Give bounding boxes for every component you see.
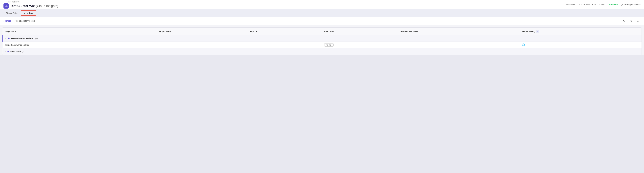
svg-rect-9 (537, 32, 538, 32)
inventory-table: Image Name Project Name Repo URL Risk Le… (2, 28, 642, 55)
status-value: Connected (608, 4, 618, 6)
manage-accounts-button[interactable]: Manage Accounts (621, 4, 640, 6)
filters-toggle-button[interactable]: › Filters (4, 20, 11, 22)
group-count: (1) (35, 37, 38, 40)
app-logo: wiz (4, 3, 9, 8)
nav-tabs-bar: Attack Paths Inventory (0, 9, 644, 17)
filter-bar: › Filters Filters: 1 Filter Applied (0, 17, 644, 25)
table-row: spring-framework-petclinic - - No Risk -… (3, 42, 642, 48)
group-icon: ⊛ (7, 50, 9, 53)
col-risk-level: Risk Level (322, 28, 398, 35)
breadcrumb-current: Test Cluster Wiz (8, 1, 20, 3)
svg-rect-7 (537, 30, 538, 31)
main-content: › Filters Filters: 1 Filter Applied (0, 17, 644, 55)
breadcrumb-area: › Test Cluster Wiz wiz Test Cluster Wiz … (4, 0, 58, 8)
scan-date-label: Scan Date: (566, 4, 576, 6)
globe-icon: 🌐 (522, 44, 525, 46)
cell-repo-url: - (247, 42, 322, 48)
table-row[interactable]: ∨ ⊛ eks-load-balancer-demo (1) (3, 35, 642, 42)
breadcrumb-separator: › (6, 1, 7, 3)
col-repo-url: Repo URL (247, 28, 322, 35)
cell-image-name: spring-framework-petclinic (3, 42, 157, 48)
group-name: demo-store (10, 50, 21, 53)
scan-date-value: Jun 13 2024 18:28 (579, 4, 596, 6)
group-count: (1) (22, 50, 24, 53)
table-container: Image Name Project Name Repo URL Risk Le… (2, 28, 642, 55)
svg-point-0 (622, 4, 623, 5)
top-bar-right: Scan Date: Jun 13 2024 18:28 Status: Con… (566, 4, 641, 6)
no-risk-badge: No Risk (324, 43, 334, 46)
chevron-down-icon: ∨ (5, 38, 6, 40)
table-row[interactable]: › ⊛ demo-store (1) (3, 48, 642, 55)
search-button[interactable] (622, 18, 626, 23)
tab-inventory[interactable]: Inventory (21, 10, 36, 16)
cell-project-name: - (157, 42, 247, 48)
filter-status: Filters: 1 Filter Applied (15, 20, 35, 22)
filter-bar-right (622, 18, 640, 23)
filter-options-button[interactable] (629, 18, 634, 23)
chevron-right-icon: › (4, 20, 4, 22)
group-name: eks-load-balancer-demo (11, 37, 34, 40)
col-project-name: Project Name (157, 28, 247, 35)
app-title: Test Cluster Wiz (Cloud Insights) (10, 4, 58, 8)
tab-attack-paths[interactable]: Attack Paths (4, 10, 20, 15)
export-button[interactable] (636, 18, 640, 23)
svg-line-2 (625, 21, 625, 22)
chevron-right-icon: › (5, 50, 6, 53)
filter-bar-left: › Filters Filters: 1 Filter Applied (4, 20, 35, 22)
col-image-name: Image Name (3, 28, 157, 35)
svg-rect-8 (537, 31, 538, 32)
home-icon (4, 0, 6, 3)
table-header-row: Image Name Project Name Repo URL Risk Le… (3, 28, 642, 35)
internet-facing-filter-button[interactable] (536, 30, 539, 33)
svg-point-1 (624, 20, 625, 22)
breadcrumb: › Test Cluster Wiz (4, 0, 58, 3)
col-internet-facing: Internet Facing (519, 28, 642, 35)
cell-risk-level: No Risk (322, 42, 398, 48)
status-label: Status: (599, 4, 605, 6)
cell-internet-facing: 🌐 (519, 42, 642, 48)
svg-rect-6 (637, 21, 639, 22)
cell-total-vulnerabilities: - (398, 42, 519, 48)
top-bar: › Test Cluster Wiz wiz Test Cluster Wiz … (0, 0, 644, 9)
top-bar-left: › Test Cluster Wiz wiz Test Cluster Wiz … (4, 0, 58, 8)
col-total-vulnerabilities: Total Vulnerabilities (398, 28, 519, 35)
group-icon: ⊛ (8, 37, 10, 40)
